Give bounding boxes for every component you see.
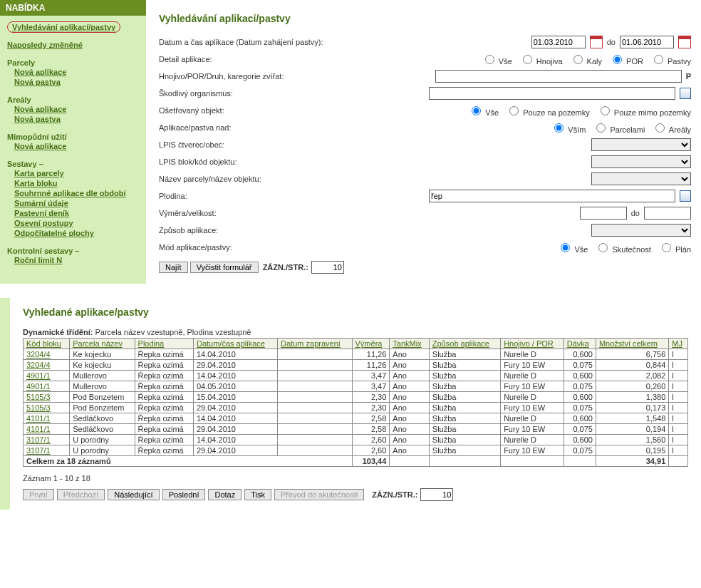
sidebar-karta-parcely[interactable]: Karta parcely — [14, 168, 139, 178]
radio-osetr-0[interactable]: Vše — [468, 104, 499, 117]
sidebar-mimopudni-title: Mimopůdní užití — [7, 133, 139, 141]
col-header-7[interactable]: Způsob aplikace — [429, 339, 500, 349]
label-nad: Aplikace/pastva nad: — [159, 123, 387, 132]
footer-vymera: 103,44 — [352, 456, 390, 467]
sidebar-search-apps[interactable]: Vyhledávání aplikací/pastvy — [12, 22, 115, 32]
col-header-4[interactable]: Datum zapravení — [278, 339, 352, 349]
menu-header: NABÍDKA — [0, 0, 146, 16]
sidebar-souhrnne[interactable]: Souhrnné aplikace dle období — [14, 188, 139, 198]
sidebar-mimopudni-new-app[interactable]: Nová aplikace — [14, 141, 139, 151]
sidebar-parcely-new-pastva[interactable]: Nová pastva — [14, 77, 139, 87]
radio-detail-2[interactable]: Kaly — [570, 53, 602, 66]
calendar-from-icon[interactable] — [590, 36, 603, 48]
col-header-0[interactable]: Kód bloku — [24, 339, 70, 349]
select-zpusob[interactable] — [591, 224, 691, 237]
label-osetr: Ošetřovaný objekt: — [159, 106, 387, 115]
block-code-link[interactable]: 3204/4 — [26, 361, 51, 369]
sidebar-parcely-new-app[interactable]: Nová aplikace — [14, 67, 139, 77]
results-table: Kód blokuParcela názevPlodinaDatum/čas a… — [23, 338, 688, 467]
col-header-9[interactable]: Dávka — [564, 339, 596, 349]
input-vymera-from[interactable] — [580, 207, 627, 220]
results-title: Vyhledané aplikace/pastvy — [23, 306, 688, 318]
table-row: 3204/4Ke kojeckuŘepka ozimá29.04.201011,… — [24, 360, 688, 371]
radio-nad-1[interactable]: Parcelami — [593, 121, 645, 134]
sidebar-sumarni[interactable]: Sumární údaje — [14, 198, 139, 208]
table-row: 5105/3Pod BonzetemŘepka ozimá15.04.20102… — [24, 392, 688, 403]
radio-mod-2[interactable]: Plán — [658, 241, 691, 254]
block-code-link[interactable]: 3204/4 — [26, 350, 51, 359]
radio-nad-2[interactable]: Areály — [652, 121, 691, 134]
sidebar-sestavy-title: Sestavy – — [7, 160, 139, 168]
block-code-link[interactable]: 3107/1 — [26, 435, 51, 444]
radio-detail-1[interactable]: Hnojiva — [519, 53, 563, 66]
sidebar-recent[interactable]: Naposledy změněné — [7, 40, 139, 50]
block-code-link[interactable]: 4901/1 — [26, 382, 51, 391]
badge-p: P — [686, 72, 691, 81]
radio-detail-3[interactable]: POR — [609, 53, 643, 66]
sidebar-odpoc[interactable]: Odpočitatelné plochy — [14, 228, 139, 238]
radio-mod-0[interactable]: Vše — [557, 241, 588, 254]
label-mod: Mód aplikace/pastvy: — [159, 243, 387, 252]
sidebar-arealy-new-app[interactable]: Nová aplikace — [14, 104, 139, 114]
input-skodlivy[interactable] — [429, 87, 675, 100]
sidebar-arealy-title: Areály — [7, 96, 139, 104]
button-najit[interactable]: Najít — [159, 262, 188, 273]
col-header-10[interactable]: Množství celkem — [596, 339, 668, 349]
table-row: 5105/3Pod BonzetemŘepka ozimá29.04.20102… — [24, 403, 688, 413]
col-header-8[interactable]: Hnojivo / POR — [501, 339, 564, 349]
col-header-2[interactable]: Plodina — [135, 339, 193, 349]
block-code-link[interactable]: 4901/1 — [26, 371, 51, 380]
select-lpis-blok[interactable] — [591, 155, 691, 168]
input-per-page-bottom[interactable] — [420, 488, 453, 501]
radio-mod-1[interactable]: Skutečnost — [595, 241, 650, 254]
sidebar-arealy-new-pastva[interactable]: Nová pastva — [14, 114, 139, 124]
sidebar-rocni-limit[interactable]: Roční limit N — [14, 255, 139, 265]
radio-osetr-2[interactable]: Pouze mimo pozemky — [597, 104, 691, 117]
input-plodina[interactable] — [429, 190, 675, 202]
sidebar-pastevni[interactable]: Pastevní deník — [14, 208, 139, 218]
input-vymera-to[interactable] — [644, 207, 691, 220]
col-header-3[interactable]: Datum/čas aplikace — [193, 339, 277, 349]
sidebar-kontrolni-title: Kontrolní sestavy – — [7, 247, 139, 255]
block-code-link[interactable]: 4101/1 — [26, 414, 51, 423]
select-nazev-parcely[interactable] — [591, 172, 691, 185]
block-code-link[interactable]: 3107/1 — [26, 446, 51, 455]
radio-detail-4[interactable]: Pastvy — [650, 53, 691, 66]
label-detail: Detail aplikace: — [159, 55, 387, 63]
input-date-from[interactable] — [531, 36, 586, 48]
sidebar-osevni[interactable]: Osevní postupy — [14, 218, 139, 228]
table-row: 3107/1U porodnyŘepka ozimá14.04.20102,60… — [24, 435, 688, 445]
radio-nad-0[interactable]: Vším — [551, 121, 586, 134]
block-code-link[interactable]: 5105/3 — [26, 403, 51, 412]
lookup-skodlivy-icon[interactable] — [680, 88, 691, 99]
radio-detail-0[interactable]: Vše — [482, 53, 512, 66]
radio-osetr-1[interactable]: Pouze na pozemky — [506, 104, 590, 117]
select-lpis-ctverec[interactable] — [591, 138, 691, 151]
lookup-plodina-icon[interactable] — [680, 190, 691, 202]
col-header-6[interactable]: TankMix — [390, 339, 430, 349]
label-plodina: Plodina: — [159, 192, 387, 200]
label-datum: Datum a čas aplikace (Datum zahájení pas… — [159, 38, 387, 46]
label-vymera: Výměra/velikost: — [159, 209, 387, 217]
input-per-page-top[interactable] — [311, 261, 344, 274]
input-date-to[interactable] — [620, 36, 674, 48]
button-tisk[interactable]: Tisk — [244, 489, 271, 500]
block-code-link[interactable]: 5105/3 — [26, 393, 51, 401]
col-header-5[interactable]: Výměra — [352, 339, 390, 349]
results-panel: Vyhledané aplikace/pastvy Dynamické tříd… — [0, 298, 701, 510]
col-header-1[interactable]: Parcela název — [70, 339, 135, 349]
col-header-11[interactable]: MJ — [669, 339, 688, 349]
footer-mnozstvi: 34,91 — [596, 456, 668, 467]
table-row: 3204/4Ke kojeckuŘepka ozimá14.04.201011,… — [24, 349, 688, 360]
button-last[interactable]: Poslední — [162, 489, 206, 500]
label-nazev-parcely: Název parcely/název objektu: — [159, 175, 387, 183]
button-vycistit[interactable]: Vyčistit formulář — [190, 262, 259, 273]
input-hnojivo[interactable] — [435, 70, 682, 83]
calendar-to-icon[interactable] — [678, 36, 691, 48]
sidebar-karta-bloku[interactable]: Karta bloku — [14, 178, 139, 188]
button-next[interactable]: Následující — [108, 489, 159, 500]
button-prev: Předchozí — [57, 489, 105, 500]
block-code-link[interactable]: 4101/1 — [26, 425, 51, 433]
button-dotaz[interactable]: Dotaz — [208, 489, 242, 500]
label-zazn-str-bottom: ZÁZN./STR.: — [372, 490, 417, 499]
